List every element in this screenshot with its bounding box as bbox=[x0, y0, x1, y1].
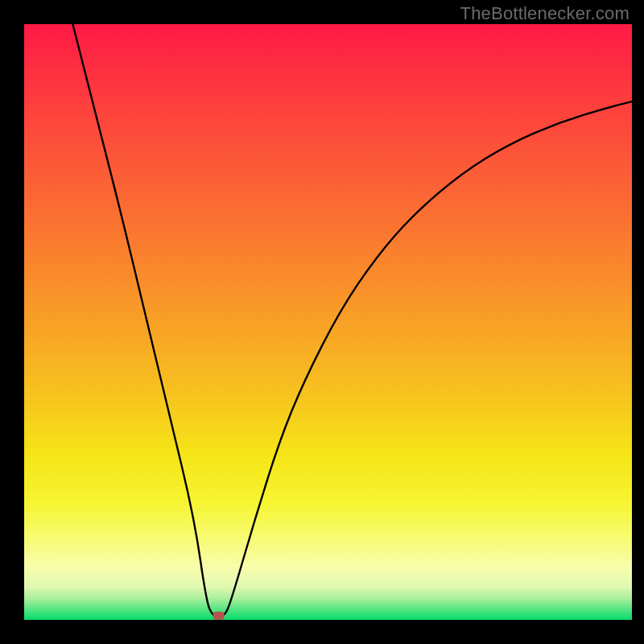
chart-stage: TheBottlenecker.com bbox=[0, 0, 644, 644]
minimum-marker bbox=[213, 612, 225, 620]
plot-background bbox=[24, 24, 632, 620]
bottleneck-chart bbox=[0, 0, 644, 644]
watermark-label: TheBottlenecker.com bbox=[460, 3, 630, 24]
